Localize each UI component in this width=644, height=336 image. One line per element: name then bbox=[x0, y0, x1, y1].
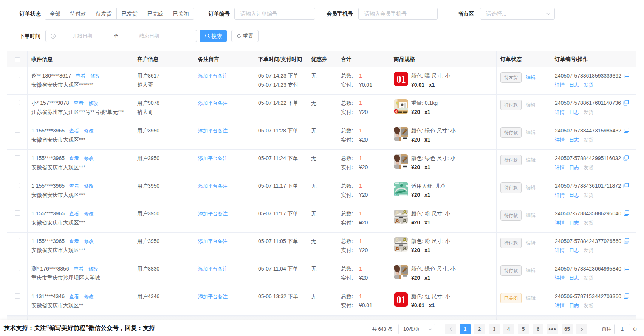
svg-text:4: 4 bbox=[395, 109, 397, 114]
svg-text:绿色: 绿色 bbox=[394, 194, 398, 196]
